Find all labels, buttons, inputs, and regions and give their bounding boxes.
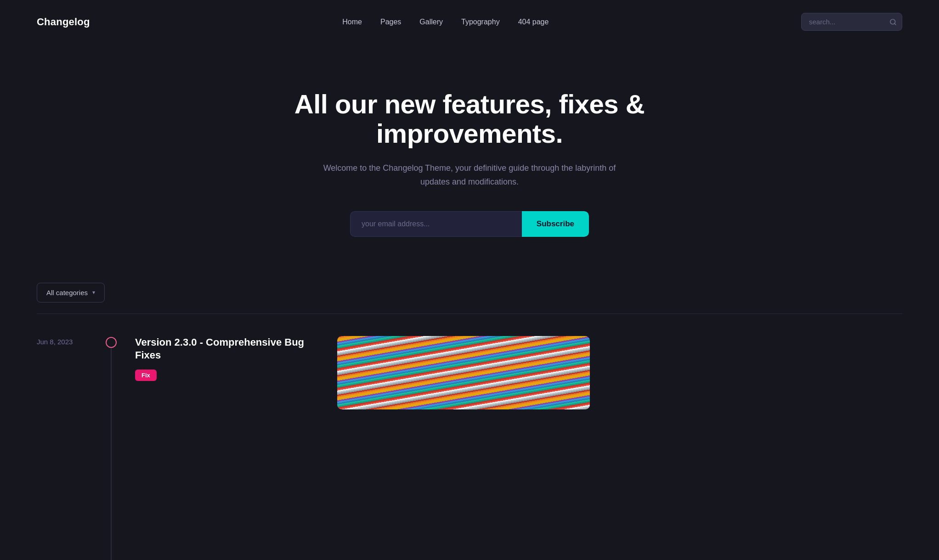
entry-date: Jun 8, 2023 bbox=[37, 336, 87, 346]
entry-title: Version 2.3.0 - Comprehensive Bug Fixes bbox=[135, 336, 319, 362]
chevron-down-icon: ▾ bbox=[92, 289, 95, 296]
entry-image-visual bbox=[337, 336, 590, 409]
category-dropdown[interactable]: All categories ▾ bbox=[37, 283, 105, 302]
hero-title: All our new features, fixes & improvemen… bbox=[281, 90, 658, 148]
entry-image bbox=[337, 336, 590, 409]
table-row: Jun 8, 2023 Version 2.3.0 - Comprehensiv… bbox=[37, 314, 902, 431]
timeline-line bbox=[111, 348, 112, 560]
timeline bbox=[106, 336, 117, 348]
category-label: All categories bbox=[46, 289, 88, 297]
content-section: Jun 8, 2023 Version 2.3.0 - Comprehensiv… bbox=[0, 314, 939, 431]
search-input[interactable] bbox=[801, 13, 902, 31]
timeline-dot bbox=[106, 337, 117, 348]
search-container bbox=[801, 13, 902, 31]
header: Changelog Home Pages Gallery Typography … bbox=[0, 0, 939, 44]
email-input[interactable] bbox=[350, 211, 522, 237]
nav-404[interactable]: 404 page bbox=[518, 18, 549, 26]
subscribe-form: Subscribe bbox=[350, 211, 589, 237]
entry-content: Version 2.3.0 - Comprehensive Bug Fixes … bbox=[135, 336, 319, 381]
main-nav: Home Pages Gallery Typography 404 page bbox=[342, 18, 549, 26]
filter-section: All categories ▾ bbox=[0, 283, 939, 302]
nav-pages[interactable]: Pages bbox=[380, 18, 401, 26]
logo: Changelog bbox=[37, 16, 90, 28]
nav-gallery[interactable]: Gallery bbox=[419, 18, 443, 26]
entry-tag: Fix bbox=[135, 370, 157, 381]
nav-home[interactable]: Home bbox=[342, 18, 362, 26]
svg-line-1 bbox=[894, 23, 896, 25]
hero-subtitle: Welcome to the Changelog Theme, your def… bbox=[322, 161, 617, 189]
search-icon bbox=[889, 18, 897, 26]
search-button[interactable] bbox=[889, 18, 897, 26]
subscribe-button[interactable]: Subscribe bbox=[522, 211, 589, 237]
nav-typography[interactable]: Typography bbox=[461, 18, 500, 26]
hero-section: All our new features, fixes & improvemen… bbox=[263, 44, 676, 274]
